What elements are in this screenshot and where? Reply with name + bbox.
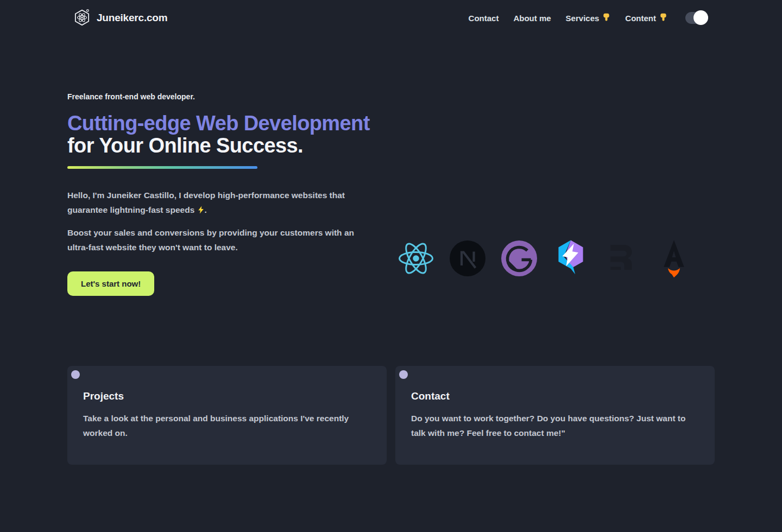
nav-item-about-me[interactable]: About me (513, 14, 551, 23)
hero-section: Freelance front-end web developer. Cutti… (67, 92, 380, 296)
tech-logos-row (397, 239, 693, 277)
qwik-logo (552, 239, 590, 277)
hero-paragraph-1: Hello, I'm Juneiker Castillo, I develop … (67, 188, 363, 218)
projects-card-title: Projects (83, 390, 370, 402)
nav-item-contact-label: Contact (469, 14, 499, 23)
cta-start-button[interactable]: Let's start now! (67, 271, 154, 296)
nav-item-contact[interactable]: Contact (469, 14, 499, 23)
feature-cards: Projects Take a look at the personal and… (67, 366, 715, 465)
theme-toggle[interactable] (685, 12, 708, 24)
nav-item-services-label: Services (566, 14, 600, 23)
gradient-underline (67, 166, 257, 169)
hero-kicker: Freelance front-end web developer. (67, 92, 380, 101)
hero-paragraph-2: Boost your sales and conversions by prov… (67, 226, 363, 255)
projects-card[interactable]: Projects Take a look at the personal and… (67, 366, 387, 465)
hero-title-accent-line: Cutting-edge Web Development (67, 112, 380, 135)
hexagon-atom-logo-icon (72, 8, 92, 28)
hero-title: Cutting-edge Web Development for Your On… (67, 112, 380, 157)
astro-logo (655, 239, 693, 277)
pointing-down-icon (602, 12, 610, 23)
brand-logo-link[interactable]: Juneikerc.com (72, 8, 167, 28)
gatsby-logo (500, 239, 538, 277)
theme-toggle-knob (693, 10, 708, 25)
remix-logo (603, 239, 641, 277)
card-dot-icon (399, 370, 408, 379)
nav-item-about-me-label: About me (513, 14, 551, 23)
nav-item-content[interactable]: Content (625, 12, 667, 23)
contact-card-description: Do you want to work together? Do you hav… (411, 411, 698, 440)
main-nav: Contact About me Services Content (469, 12, 708, 24)
pointing-down-icon (659, 12, 667, 23)
react-logo (397, 239, 435, 277)
hero-paragraph-1-suffix: . (205, 205, 207, 214)
contact-card-title: Contact (411, 390, 698, 402)
brand-name: Juneikerc.com (97, 12, 167, 24)
nav-item-content-label: Content (625, 14, 656, 23)
hero-title-rest-line: for Your Online Success. (67, 135, 380, 157)
lightning-bolt-icon (197, 204, 205, 219)
site-header: Juneikerc.com Contact About me Services … (0, 0, 782, 33)
contact-card[interactable]: Contact Do you want to work together? Do… (395, 366, 715, 465)
nextjs-logo (449, 239, 487, 277)
nav-item-services[interactable]: Services (566, 12, 611, 23)
projects-card-description: Take a look at the personal and business… (83, 411, 370, 440)
card-dot-icon (71, 370, 80, 379)
